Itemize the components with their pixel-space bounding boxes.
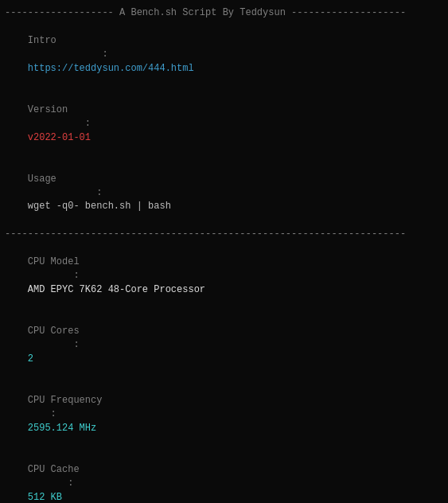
version-line: Version : v2022-01-01 <box>5 89 443 158</box>
usage-label: Usage <box>28 174 56 185</box>
usage-colon: : <box>28 187 108 198</box>
cpu-model-val: AMD EPYC 7K62 48-Core Processor <box>28 284 205 295</box>
intro-colon: : <box>28 49 114 60</box>
cpu-cache-val: 512 KB <box>28 492 62 503</box>
version-label: Version <box>28 104 68 115</box>
intro-label: Intro <box>28 35 56 46</box>
usage-line: Usage : wget -q0- bench.sh | bash <box>5 158 443 228</box>
header-divider-bottom: ----------------------------------------… <box>5 228 443 241</box>
terminal-output: ------------------- A Bench.sh Script By… <box>5 6 443 503</box>
cpu-cores-val: 2 <box>28 353 33 365</box>
cpu-freq-line: CPU Frequency : 2595.124 MHz <box>5 380 443 450</box>
header-divider-top: ------------------- A Bench.sh Script By… <box>5 6 443 20</box>
intro-line: Intro : https://teddysun.com/444.html <box>5 20 443 89</box>
usage-val: wget -q0- bench.sh | bash <box>28 201 171 212</box>
cpu-model-label: CPU Model <box>28 256 80 267</box>
cpu-cache-line: CPU Cache : 512 KB <box>5 450 443 504</box>
cpu-model-line: CPU Model : AMD EPYC 7K62 48-Core Proces… <box>5 242 443 311</box>
cpu-cores-line: CPU Cores : 2 <box>5 311 443 380</box>
cpu-freq-val: 2595.124 MHz <box>28 423 96 434</box>
version-colon: : <box>28 118 96 129</box>
version-val: v2022-01-01 <box>28 132 91 143</box>
intro-url: https://teddysun.com/444.html <box>28 63 194 74</box>
